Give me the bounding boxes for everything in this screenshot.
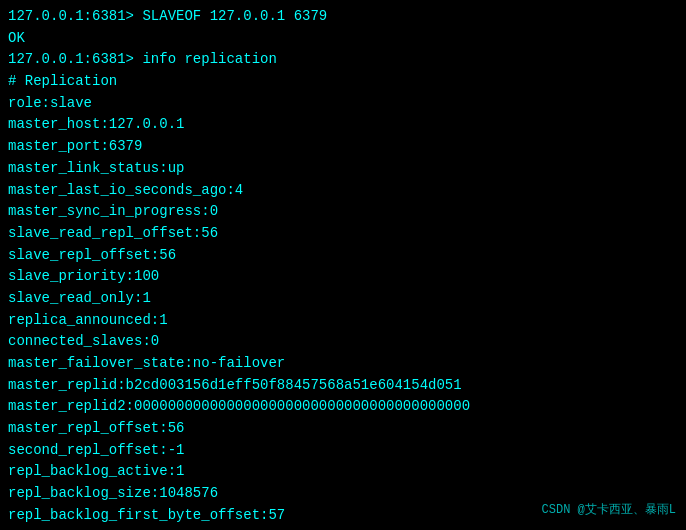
terminal-line: master_repl_offset:56 <box>8 418 678 440</box>
terminal-line: 127.0.0.1:6381> info replication <box>8 49 678 71</box>
terminal-line: replica_announced:1 <box>8 310 678 332</box>
terminal-line: slave_read_repl_offset:56 <box>8 223 678 245</box>
terminal-line: repl_backlog_histlen:0 <box>8 527 678 531</box>
terminal-line: role:slave <box>8 93 678 115</box>
terminal-line: master_sync_in_progress:0 <box>8 201 678 223</box>
terminal-line: OK <box>8 28 678 50</box>
terminal-line: master_link_status:up <box>8 158 678 180</box>
terminal-line: slave_read_only:1 <box>8 288 678 310</box>
terminal-line: master_failover_state:no-failover <box>8 353 678 375</box>
terminal-line: master_port:6379 <box>8 136 678 158</box>
terminal-line: master_replid:b2cd003156d1eff50f88457568… <box>8 375 678 397</box>
terminal-line: second_repl_offset:-1 <box>8 440 678 462</box>
terminal-line: master_last_io_seconds_ago:4 <box>8 180 678 202</box>
terminal-output: 127.0.0.1:6381> SLAVEOF 127.0.0.1 6379OK… <box>8 6 678 530</box>
terminal-line: slave_priority:100 <box>8 266 678 288</box>
terminal-window: 127.0.0.1:6381> SLAVEOF 127.0.0.1 6379OK… <box>0 0 686 530</box>
watermark: CSDN @艾卡西亚、暴雨L <box>542 501 676 518</box>
terminal-line: slave_repl_offset:56 <box>8 245 678 267</box>
terminal-line: master_replid2:0000000000000000000000000… <box>8 396 678 418</box>
terminal-line: 127.0.0.1:6381> SLAVEOF 127.0.0.1 6379 <box>8 6 678 28</box>
terminal-line: # Replication <box>8 71 678 93</box>
terminal-line: repl_backlog_active:1 <box>8 461 678 483</box>
terminal-line: master_host:127.0.0.1 <box>8 114 678 136</box>
terminal-line: connected_slaves:0 <box>8 331 678 353</box>
